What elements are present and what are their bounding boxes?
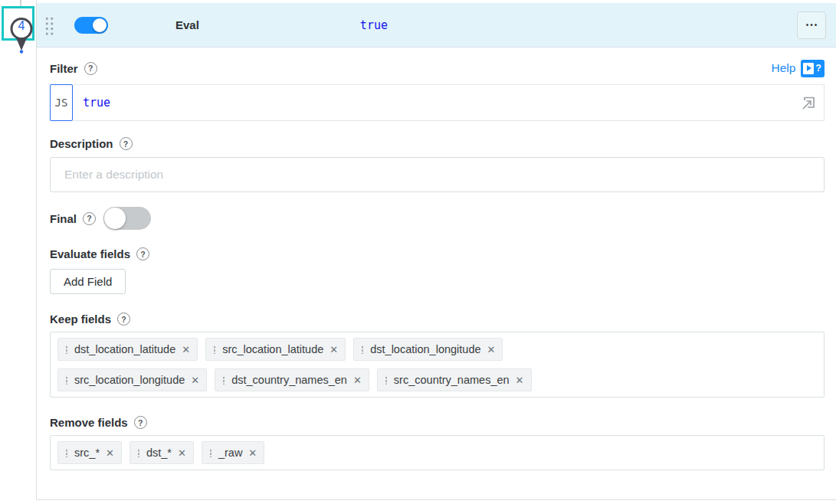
filter-expression-value[interactable]: true (83, 96, 110, 110)
field-tag-label: dst_country_names_en (231, 374, 347, 386)
remove-tag-icon[interactable]: ✕ (516, 375, 524, 385)
field-tag-label: dst_location_latitude (74, 343, 175, 355)
js-language-badge: JS (50, 84, 73, 121)
remove-fields-label: Remove fields ? (50, 416, 825, 429)
remove-tag-icon[interactable]: ✕ (487, 345, 496, 355)
function-enabled-toggle[interactable] (74, 17, 108, 34)
field-tag[interactable]: src_location_longitude ✕ (57, 368, 207, 391)
field-tag[interactable]: src_* ✕ (57, 441, 122, 464)
drag-handle-icon[interactable] (385, 375, 388, 385)
remove-tag-icon[interactable]: ✕ (182, 345, 190, 355)
filter-label-text: Filter (50, 62, 78, 75)
keep-fields-input[interactable]: dst_location_latitude ✕ src_location_lat… (50, 332, 825, 398)
more-options-button[interactable]: ••• (797, 11, 826, 39)
help-circle-icon[interactable]: ? (117, 313, 130, 326)
evaluate-fields-label-text: Evaluate fields (50, 247, 130, 260)
drag-handle-icon[interactable] (137, 448, 140, 457)
drag-handle-icon[interactable] (213, 345, 216, 354)
drag-handle-icon[interactable] (222, 375, 225, 385)
help-link[interactable]: Help ? (771, 60, 825, 77)
function-settings-form: Filter ? Help ? JS true (37, 60, 836, 470)
remove-fields-label-text: Remove fields (50, 416, 128, 429)
field-tag-label: src_* (74, 447, 100, 459)
remove-tag-icon[interactable]: ✕ (248, 448, 257, 458)
field-tag-label: dst_* (146, 447, 172, 459)
eval-function-config-panel: 4 Eval true ••• Filter ? Help (0, 0, 836, 504)
function-index-number: 4 (7, 19, 36, 33)
toggle-knob (104, 208, 126, 229)
drag-handle-icon[interactable] (44, 15, 54, 35)
drag-handle-icon[interactable] (65, 375, 68, 385)
field-tag-label: src_location_latitude (222, 343, 323, 355)
evaluate-fields-label: Evaluate fields ? (50, 247, 825, 260)
field-tag[interactable]: dst_* ✕ (129, 441, 194, 464)
remove-tag-icon[interactable]: ✕ (106, 448, 114, 458)
help-circle-icon[interactable]: ? (134, 416, 147, 429)
function-title: Eval (175, 18, 199, 31)
field-tag[interactable]: src_location_latitude ✕ (205, 338, 346, 361)
function-filter-preview: true (360, 18, 388, 32)
field-tag[interactable]: _raw ✕ (202, 441, 264, 464)
help-link-label[interactable]: Help (771, 61, 795, 75)
remove-tag-icon[interactable]: ✕ (353, 375, 362, 385)
description-input[interactable] (50, 157, 825, 192)
drag-handle-icon[interactable] (65, 345, 68, 354)
function-card: Eval true ••• Filter ? Help ? (36, 0, 836, 500)
field-tag[interactable]: dst_location_longitude ✕ (353, 338, 503, 361)
description-label: Description ? (50, 137, 825, 150)
drag-handle-icon[interactable] (65, 448, 68, 457)
field-tag[interactable]: dst_country_names_en ✕ (215, 368, 369, 391)
remove-tag-icon[interactable]: ✕ (191, 375, 199, 385)
drag-handle-icon[interactable] (361, 345, 364, 354)
remove-tag-icon[interactable]: ✕ (178, 448, 186, 458)
function-index-marker[interactable]: 4 (2, 6, 34, 41)
filter-label: Filter ? (50, 62, 97, 75)
play-icon (803, 63, 814, 74)
field-tag-label: dst_location_longitude (370, 343, 480, 355)
field-tag-label: src_location_longitude (74, 374, 185, 386)
final-label-text: Final (50, 212, 77, 225)
expand-editor-button[interactable] (800, 94, 817, 111)
function-header: Eval true ••• (37, 3, 836, 47)
field-tag-label: src_country_names_en (394, 374, 510, 386)
field-tag[interactable]: src_country_names_en ✕ (377, 368, 532, 391)
video-help-icon[interactable]: ? (801, 60, 825, 77)
add-field-button[interactable]: Add Field (50, 269, 126, 294)
keep-fields-label: Keep fields ? (50, 313, 825, 326)
help-circle-icon[interactable]: ? (83, 212, 96, 225)
final-label: Final ? (50, 212, 96, 225)
help-circle-icon[interactable]: ? (120, 137, 133, 150)
drag-handle-icon[interactable] (209, 448, 212, 457)
help-circle-icon[interactable]: ? (84, 62, 97, 75)
question-icon: ? (814, 63, 825, 74)
field-tag-label: _raw (218, 447, 242, 459)
filter-expression-input[interactable]: JS true (50, 84, 825, 121)
keep-fields-label-text: Keep fields (50, 313, 111, 326)
map-pin-icon: 4 (7, 16, 36, 54)
toggle-knob (93, 18, 107, 32)
help-circle-icon[interactable]: ? (136, 247, 149, 260)
final-toggle[interactable] (103, 207, 151, 230)
remove-tag-icon[interactable]: ✕ (329, 345, 338, 355)
description-label-text: Description (50, 137, 113, 150)
remove-fields-input[interactable]: src_* ✕ dst_* ✕ _raw ✕ (50, 435, 825, 470)
field-tag[interactable]: dst_location_latitude ✕ (57, 338, 198, 361)
